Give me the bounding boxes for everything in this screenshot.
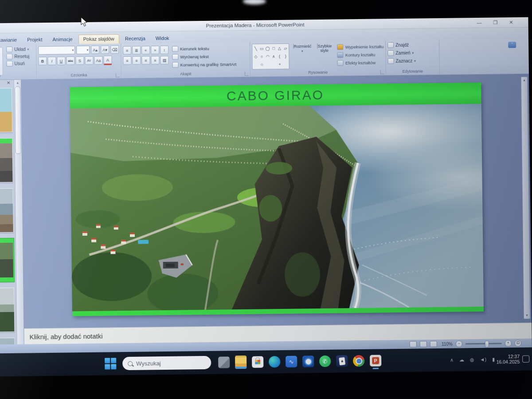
slide-canvas[interactable]: CABO GIRAO (70, 83, 484, 316)
slide-thumbnail-4-selected[interactable] (0, 238, 14, 282)
align-text-button[interactable]: Wyrównaj tekst (172, 53, 236, 60)
shape-icon[interactable]: ∧ (271, 54, 276, 59)
select-button[interactable]: Zaznacz ▾ (387, 58, 437, 64)
onedrive-icon[interactable]: ☁ (459, 357, 464, 363)
chrome-icon[interactable] (353, 355, 364, 367)
layout-button[interactable]: Układ ▾ (6, 46, 29, 52)
bullets-button[interactable]: ≡ (123, 46, 131, 55)
strikethrough-button[interactable]: abc (66, 56, 74, 65)
tab-wstawianie[interactable]: Wstawianie (0, 36, 21, 45)
font-name-combo[interactable]: ▾ (38, 46, 75, 55)
fit-to-window-button[interactable]: ⊡ (515, 340, 521, 346)
zoom-slider[interactable] (466, 343, 502, 344)
outlook-icon[interactable] (302, 356, 314, 367)
tab-pokaz-slajdow[interactable]: Pokaz slajdów (78, 34, 120, 44)
shrink-font-button[interactable]: A▾ (101, 45, 109, 54)
slide-thumbnail-5[interactable] (0, 288, 15, 332)
numbering-button[interactable]: ≣ (132, 46, 141, 55)
font-size-combo[interactable]: ▾ (76, 46, 90, 54)
shapes-gallery[interactable]: ╲ ▭ ◯ □ △ ▱ ◇ ○ ◠ ∧ ( ) ☆ + (252, 43, 289, 70)
change-case-button[interactable]: Aa (94, 56, 102, 65)
shape-icon[interactable]: ☆ (259, 62, 265, 67)
reset-button[interactable]: Resetuj (6, 53, 29, 59)
zoom-slider-thumb[interactable] (485, 340, 489, 347)
restore-button[interactable]: ❐ (493, 20, 497, 25)
dialog-launcher-icon[interactable] (116, 73, 120, 77)
slide-thumbnail-2[interactable] (0, 138, 13, 183)
volume-icon[interactable]: ◄) (480, 357, 487, 362)
clear-formatting-button[interactable]: ⌫ (110, 45, 119, 54)
zoom-out-button[interactable]: − (456, 340, 462, 347)
shape-icon[interactable]: ) (283, 54, 288, 59)
scroll-down-icon[interactable]: ▼ (525, 312, 528, 319)
zoom-in-button[interactable]: + (505, 340, 512, 347)
convert-smartart-button[interactable]: Konwertuj na grafikę SmartArt (172, 61, 237, 68)
battery-icon[interactable]: ▮ (492, 356, 495, 362)
align-center-button[interactable]: ≡ (132, 56, 141, 65)
shape-fill-button[interactable]: Wypełnienie kształtu (337, 43, 384, 50)
notification-center-icon[interactable] (522, 356, 529, 363)
solitaire-icon[interactable] (336, 355, 348, 367)
shape-icon[interactable]: ◯ (265, 46, 270, 51)
shape-icon[interactable]: ▱ (283, 46, 288, 51)
slide-sorter-view-button[interactable] (420, 341, 427, 347)
task-view-icon[interactable] (218, 356, 230, 368)
shape-icon[interactable]: ◠ (265, 54, 270, 59)
settings-icon[interactable]: ◍ (470, 357, 474, 363)
hidden-icons-chevron-icon[interactable]: ∧ (450, 357, 454, 363)
italic-button[interactable]: I (47, 57, 56, 65)
microsoft-365-icon[interactable]: ∿ (286, 356, 297, 367)
normal-view-button[interactable] (410, 341, 417, 348)
slide-scrollbar[interactable]: ▲ ▼ (521, 77, 530, 319)
slideshow-view-button[interactable] (430, 341, 437, 347)
powerpoint-icon[interactable] (370, 355, 381, 366)
find-button[interactable]: Znajdź (387, 42, 437, 48)
shape-icon[interactable]: ◇ (253, 55, 258, 59)
text-shadow-button[interactable]: S (75, 56, 84, 65)
tab-recenzja[interactable]: Recenzja (121, 34, 150, 43)
increase-indent-button[interactable]: » (151, 46, 159, 54)
slide-thumbnail-3[interactable] (0, 188, 14, 233)
scrollbar-thumb[interactable] (15, 87, 21, 154)
character-spacing-button[interactable]: AV (85, 56, 93, 65)
text-direction-button[interactable]: Kierunek tekstu (172, 45, 236, 52)
quick-styles-button[interactable]: Szybkie style (314, 44, 335, 70)
slide-photo-cabo-girao[interactable] (70, 104, 483, 311)
line-spacing-button[interactable]: ↕ (160, 46, 168, 54)
file-explorer-icon[interactable] (235, 356, 246, 369)
dialog-launcher-icon[interactable] (245, 72, 249, 76)
justify-button[interactable]: ≡ (151, 56, 159, 64)
shape-icon[interactable]: ▭ (259, 46, 264, 51)
shape-icon[interactable]: ( (277, 54, 282, 59)
tab-widok[interactable]: Widok (151, 34, 174, 43)
edge-browser-icon[interactable] (269, 356, 280, 367)
close-button[interactable]: ✕ (509, 20, 513, 25)
shape-icon[interactable]: □ (271, 46, 276, 51)
whatsapp-icon[interactable]: ✆ (319, 356, 331, 367)
scroll-up-icon[interactable]: ▲ (16, 80, 19, 86)
shape-icon[interactable]: △ (277, 46, 282, 51)
tab-animacje[interactable]: Animacje (48, 35, 77, 44)
font-color-button[interactable]: A (103, 55, 112, 65)
new-slide-button[interactable]: Nowy slajd ▾ (0, 47, 3, 76)
underline-button[interactable]: U (57, 57, 65, 65)
shape-icon[interactable]: ○ (259, 54, 264, 59)
tab-projekt[interactable]: Projekt (23, 35, 47, 45)
microsoft-store-icon[interactable] (252, 356, 263, 368)
align-right-button[interactable]: ≡ (141, 56, 150, 64)
slide-title-text[interactable]: CABO GIRAO (227, 87, 324, 103)
delete-slide-button[interactable]: Usuń (6, 60, 29, 67)
scroll-up-icon[interactable]: ▲ (523, 77, 526, 83)
ribbon-collapse-button[interactable]: ˇ (508, 42, 516, 48)
decrease-indent-button[interactable]: « (141, 46, 150, 54)
minimize-button[interactable]: — (477, 20, 481, 25)
start-button[interactable] (105, 358, 116, 369)
search-input[interactable]: Wyszukaj (122, 356, 211, 370)
slide-thumbnail-6[interactable] (0, 338, 16, 345)
grow-font-button[interactable]: A▴ (91, 46, 99, 54)
dialog-launcher-icon[interactable] (380, 70, 384, 74)
shape-icon[interactable]: ╲ (253, 47, 258, 51)
arrange-button[interactable]: Rozmieść ▾ (292, 44, 313, 70)
columns-button[interactable]: ▥ (160, 56, 168, 64)
taskbar-clock[interactable]: 12:37 16.04.2025 (496, 354, 520, 365)
